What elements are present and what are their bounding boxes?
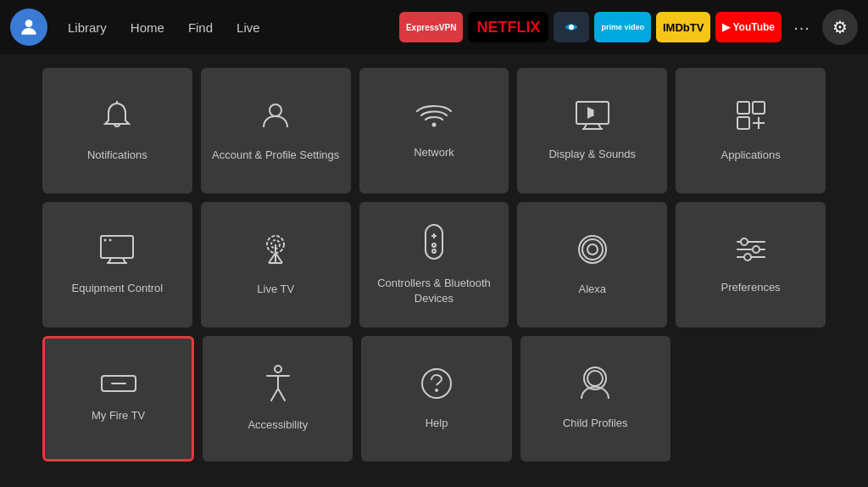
remote-icon bbox=[423, 223, 445, 264]
firetv-icon bbox=[100, 374, 137, 396]
tile-notifications[interactable]: Notifications bbox=[42, 68, 192, 193]
antenna-icon bbox=[259, 232, 292, 270]
svg-point-44 bbox=[275, 366, 281, 372]
app-primevideo[interactable]: prime video bbox=[594, 12, 651, 42]
settings-button[interactable]: ⚙ bbox=[822, 9, 858, 45]
tile-my-fire-tv[interactable]: My Fire TV bbox=[42, 336, 194, 462]
svg-point-34 bbox=[582, 239, 603, 260]
child-profiles-icon bbox=[576, 367, 614, 404]
question-icon bbox=[420, 367, 453, 404]
user-avatar[interactable] bbox=[10, 8, 47, 46]
settings-row-1: Notifications Account & Profile Settings bbox=[42, 68, 826, 193]
controllers-bluetooth-label: Controllers & Bluetooth Devices bbox=[361, 276, 508, 306]
notifications-label: Notifications bbox=[79, 148, 156, 163]
nav-home[interactable]: Home bbox=[120, 14, 175, 42]
tile-alexa[interactable]: Alexa bbox=[517, 202, 667, 327]
tile-live-tv[interactable]: Live TV bbox=[201, 202, 351, 327]
app-expressvpn[interactable]: ExpressVPN bbox=[399, 12, 463, 42]
svg-point-39 bbox=[741, 238, 748, 245]
alexa-icon bbox=[576, 232, 609, 270]
svg-line-26 bbox=[269, 253, 275, 263]
display-sounds-label: Display & Sounds bbox=[540, 147, 644, 162]
svg-point-51 bbox=[587, 371, 603, 386]
apps-icon bbox=[734, 98, 768, 136]
svg-rect-13 bbox=[737, 117, 749, 129]
alexa-label: Alexa bbox=[570, 282, 615, 297]
help-label: Help bbox=[417, 416, 457, 431]
svg-point-49 bbox=[422, 369, 451, 398]
tile-preferences[interactable]: Preferences bbox=[676, 202, 826, 327]
sliders-icon bbox=[734, 234, 768, 268]
app-imdb[interactable]: IMDbTV bbox=[656, 12, 710, 42]
equipment-control-label: Equipment Control bbox=[64, 281, 172, 296]
live-tv-label: Live TV bbox=[248, 282, 303, 297]
settings-row-3: My Fire TV Accessibility bbox=[42, 336, 826, 462]
nav-apps: ExpressVPN NETFLIX prime video IMDbTV ▶ … bbox=[399, 9, 858, 45]
tv-icon bbox=[98, 233, 136, 269]
nav-find[interactable]: Find bbox=[178, 14, 223, 42]
accessibility-icon bbox=[264, 365, 292, 406]
svg-point-31 bbox=[432, 244, 436, 247]
top-nav: Library Home Find Live ExpressVPN NETFLI… bbox=[0, 0, 868, 54]
svg-line-47 bbox=[271, 389, 278, 400]
app-netflix[interactable]: NETFLIX bbox=[468, 12, 548, 42]
monitor-icon bbox=[574, 99, 611, 135]
nav-links: Library Home Find Live bbox=[58, 14, 270, 42]
svg-point-35 bbox=[587, 244, 598, 255]
applications-label: Applications bbox=[713, 148, 789, 163]
settings-icon: ⚙ bbox=[832, 17, 848, 37]
person-icon bbox=[259, 98, 292, 136]
tile-accessibility[interactable]: Accessibility bbox=[203, 336, 353, 462]
svg-rect-12 bbox=[753, 102, 765, 114]
tile-equipment-control[interactable]: Equipment Control bbox=[42, 202, 192, 327]
svg-point-50 bbox=[435, 389, 438, 392]
tile-applications[interactable]: Applications bbox=[676, 68, 826, 193]
svg-point-41 bbox=[744, 254, 751, 260]
network-label: Network bbox=[405, 145, 463, 160]
tile-account-profile[interactable]: Account & Profile Settings bbox=[201, 68, 351, 193]
wifi-icon bbox=[415, 101, 453, 133]
my-fire-tv-label: My Fire TV bbox=[83, 408, 153, 423]
settings-grid: Notifications Account & Profile Settings bbox=[0, 54, 868, 475]
nav-live[interactable]: Live bbox=[226, 14, 270, 42]
svg-point-4 bbox=[270, 104, 281, 116]
svg-point-40 bbox=[753, 246, 760, 253]
svg-line-27 bbox=[275, 253, 282, 263]
empty-slot bbox=[679, 336, 826, 462]
app-youtube[interactable]: ▶ YouTube bbox=[715, 12, 782, 42]
accessibility-label: Accessibility bbox=[239, 417, 316, 433]
account-profile-label: Account & Profile Settings bbox=[203, 148, 348, 163]
svg-point-0 bbox=[25, 20, 33, 27]
tile-display-sounds[interactable]: Display & Sounds bbox=[517, 68, 667, 193]
bell-icon bbox=[100, 98, 134, 136]
settings-row-2: Equipment Control Live TV bbox=[42, 202, 826, 327]
tile-child-profiles[interactable]: Child Profiles bbox=[520, 336, 670, 462]
tile-help[interactable]: Help bbox=[361, 336, 511, 462]
svg-line-48 bbox=[278, 389, 285, 400]
child-profiles-label: Child Profiles bbox=[554, 416, 637, 431]
svg-point-32 bbox=[432, 249, 436, 253]
svg-rect-11 bbox=[737, 102, 749, 114]
tile-network[interactable]: Network bbox=[359, 68, 509, 193]
nav-library[interactable]: Library bbox=[58, 14, 117, 42]
more-apps-button[interactable]: ··· bbox=[787, 12, 817, 42]
app-firetv[interactable] bbox=[554, 12, 589, 42]
preferences-label: Preferences bbox=[713, 280, 789, 295]
tile-controllers-bluetooth[interactable]: Controllers & Bluetooth Devices bbox=[359, 202, 509, 327]
svg-point-5 bbox=[431, 122, 436, 126]
svg-point-2 bbox=[569, 25, 574, 30]
